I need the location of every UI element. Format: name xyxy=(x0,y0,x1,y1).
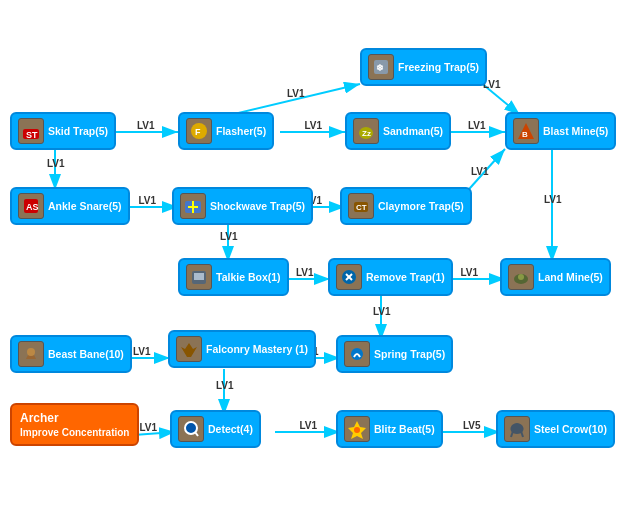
node-label-claymore_trap: Claymore Trap(5) xyxy=(378,200,464,212)
node-land_mine[interactable]: Land Mine(5) xyxy=(500,258,611,296)
node-label-steel_crow: Steel Crow(10) xyxy=(534,423,607,435)
node-label-spring_trap: Spring Trap(5) xyxy=(374,348,445,360)
svg-text:❄: ❄ xyxy=(376,63,384,73)
node-label-land_mine: Land Mine(5) xyxy=(538,271,603,283)
node-label-freezing_trap: Freezing Trap(5) xyxy=(398,61,479,73)
node-freezing_trap[interactable]: ❄Freezing Trap(5) xyxy=(360,48,487,86)
svg-line-7 xyxy=(230,84,360,115)
svg-text:LV1: LV1 xyxy=(300,420,318,431)
node-label-skid_trap: Skid Trap(5) xyxy=(48,125,108,137)
svg-text:LV1: LV1 xyxy=(133,346,151,357)
svg-text:LV1: LV1 xyxy=(139,195,157,206)
node-spring_trap[interactable]: Spring Trap(5) xyxy=(336,335,453,373)
node-icon-talkie_box xyxy=(186,264,212,290)
svg-line-72 xyxy=(521,431,523,437)
node-label-talkie_box: Talkie Box(1) xyxy=(216,271,281,283)
node-archer_improve[interactable]: ArcherImprove Concentration xyxy=(10,403,139,446)
node-falconry_mastery[interactable]: Falconry Mastery (1) xyxy=(168,330,316,368)
node-icon-blitz_beat xyxy=(344,416,370,442)
node-icon-ankle_snare: AS xyxy=(18,193,44,219)
node-icon-land_mine xyxy=(508,264,534,290)
svg-text:LV1: LV1 xyxy=(544,194,562,205)
node-label-beast_bane: Beast Bane(10) xyxy=(48,348,124,360)
node-icon-freezing_trap: ❄ xyxy=(368,54,394,80)
node-icon-skid_trap: ST xyxy=(18,118,44,144)
svg-text:CT: CT xyxy=(356,203,367,212)
svg-text:LV1: LV1 xyxy=(140,422,158,433)
svg-text:B: B xyxy=(522,130,528,139)
node-icon-blast_mine: B xyxy=(513,118,539,144)
node-remove_trap[interactable]: Remove Trap(1) xyxy=(328,258,453,296)
svg-point-65 xyxy=(27,348,35,356)
node-icon-shockwave_trap xyxy=(180,193,206,219)
svg-line-71 xyxy=(511,431,513,437)
node-detect[interactable]: Detect(4) xyxy=(170,410,261,448)
svg-text:ST: ST xyxy=(26,130,38,140)
node-ankle_snare[interactable]: ASAnkle Snare(5) xyxy=(10,187,130,225)
svg-text:Zz: Zz xyxy=(362,129,371,138)
svg-point-64 xyxy=(518,274,524,280)
svg-text:LV5: LV5 xyxy=(463,420,481,431)
node-title: Archer xyxy=(20,411,59,425)
svg-line-68 xyxy=(195,432,198,436)
node-icon-steel_crow xyxy=(504,416,530,442)
svg-text:LV1: LV1 xyxy=(287,88,305,99)
node-label-detect: Detect(4) xyxy=(208,423,253,435)
node-sandman[interactable]: ZzSandman(5) xyxy=(345,112,451,150)
svg-text:LV1: LV1 xyxy=(373,306,391,317)
svg-text:LV1: LV1 xyxy=(471,166,489,177)
skill-tree: LV1LV1LV1LV1LV1LV1LV1LV1LV1LV1LV1LV1LV1L… xyxy=(0,0,632,528)
node-flasher[interactable]: FFlasher(5) xyxy=(178,112,274,150)
node-icon-spring_trap xyxy=(344,341,370,367)
svg-text:F: F xyxy=(195,127,201,137)
node-beast_bane[interactable]: Beast Bane(10) xyxy=(10,335,132,373)
node-blitz_beat[interactable]: Blitz Beat(5) xyxy=(336,410,443,448)
node-icon-detect xyxy=(178,416,204,442)
node-subtitle: Improve Concentration xyxy=(20,427,129,438)
node-icon-falconry_mastery xyxy=(176,336,202,362)
node-steel_crow[interactable]: Steel Crow(10) xyxy=(496,410,615,448)
node-skid_trap[interactable]: STSkid Trap(5) xyxy=(10,112,116,150)
node-icon-sandman: Zz xyxy=(353,118,379,144)
svg-rect-59 xyxy=(194,273,204,280)
node-blast_mine[interactable]: BBlast Mine(5) xyxy=(505,112,616,150)
svg-point-70 xyxy=(354,427,360,433)
node-icon-claymore_trap: CT xyxy=(348,193,374,219)
node-claymore_trap[interactable]: CTClaymore Trap(5) xyxy=(340,187,472,225)
node-label-blast_mine: Blast Mine(5) xyxy=(543,125,608,137)
node-icon-beast_bane xyxy=(18,341,44,367)
svg-text:AS: AS xyxy=(26,202,39,212)
node-label-remove_trap: Remove Trap(1) xyxy=(366,271,445,283)
node-label-flasher: Flasher(5) xyxy=(216,125,266,137)
svg-text:LV1: LV1 xyxy=(468,120,486,131)
node-label-blitz_beat: Blitz Beat(5) xyxy=(374,423,435,435)
node-talkie_box[interactable]: Talkie Box(1) xyxy=(178,258,289,296)
node-icon-remove_trap xyxy=(336,264,362,290)
node-label-falconry_mastery: Falconry Mastery (1) xyxy=(206,343,308,355)
node-shockwave_trap[interactable]: Shockwave Trap(5) xyxy=(172,187,313,225)
svg-text:LV1: LV1 xyxy=(47,158,65,169)
svg-text:LV1: LV1 xyxy=(220,231,238,242)
svg-text:LV1: LV1 xyxy=(137,120,155,131)
node-label-shockwave_trap: Shockwave Trap(5) xyxy=(210,200,305,212)
svg-text:LV1: LV1 xyxy=(296,267,314,278)
node-label-ankle_snare: Ankle Snare(5) xyxy=(48,200,122,212)
svg-text:LV1: LV1 xyxy=(461,267,479,278)
svg-text:LV1: LV1 xyxy=(216,380,234,391)
node-label-sandman: Sandman(5) xyxy=(383,125,443,137)
svg-text:LV1: LV1 xyxy=(305,120,323,131)
node-icon-flasher: F xyxy=(186,118,212,144)
